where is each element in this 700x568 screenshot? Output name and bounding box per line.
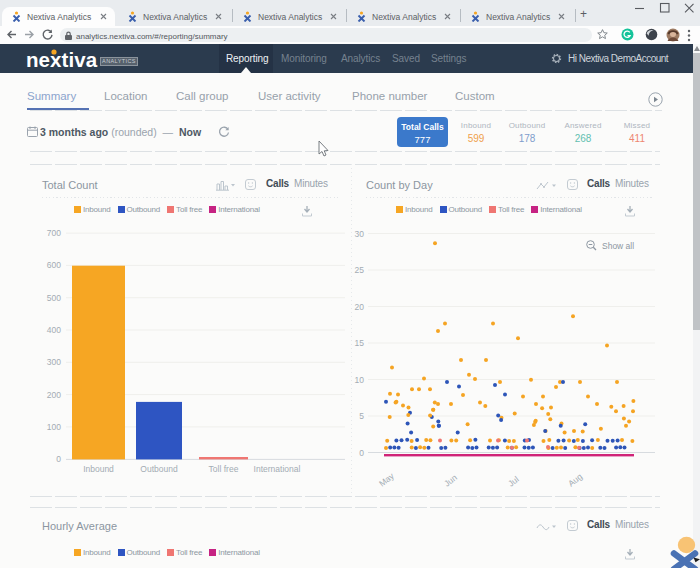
svg-text:600: 600 xyxy=(47,260,61,270)
svg-text:0: 0 xyxy=(56,454,61,464)
svg-text:Inbound: Inbound xyxy=(83,464,114,474)
svg-text:Outbound: Outbound xyxy=(140,464,178,474)
svg-text:Aug: Aug xyxy=(566,471,584,488)
svg-text:Jun: Jun xyxy=(442,472,459,488)
svg-text:0: 0 xyxy=(359,448,364,458)
svg-text:5: 5 xyxy=(359,411,364,421)
svg-text:10: 10 xyxy=(355,375,365,385)
svg-text:Toll free: Toll free xyxy=(209,464,239,474)
svg-text:15: 15 xyxy=(355,338,365,348)
svg-text:300: 300 xyxy=(47,357,61,367)
svg-text:200: 200 xyxy=(47,390,61,400)
svg-text:20: 20 xyxy=(355,302,365,312)
svg-text:400: 400 xyxy=(47,325,61,335)
svg-text:International: International xyxy=(254,464,301,474)
svg-text:25: 25 xyxy=(355,265,365,275)
svg-text:May: May xyxy=(377,470,396,488)
svg-text:Jul: Jul xyxy=(506,474,521,489)
svg-text:500: 500 xyxy=(47,293,61,303)
svg-text:100: 100 xyxy=(47,422,61,432)
svg-text:30: 30 xyxy=(355,229,365,239)
svg-text:700: 700 xyxy=(47,228,61,238)
